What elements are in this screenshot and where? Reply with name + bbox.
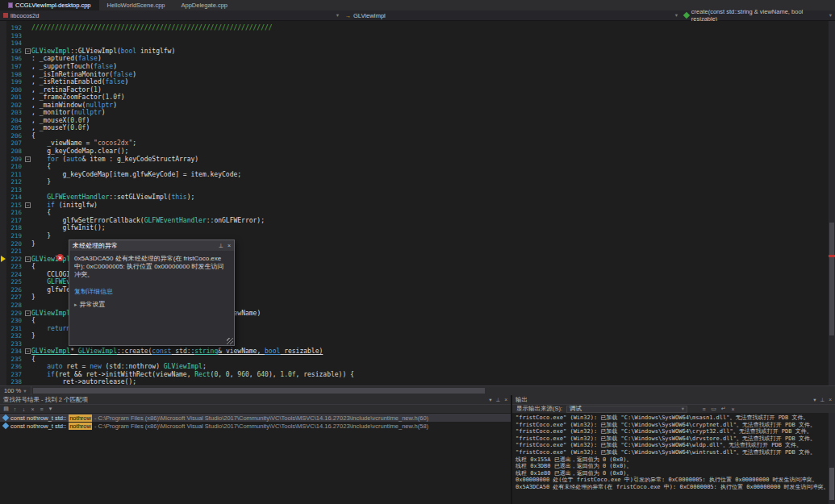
- fold-marker[interactable]: −: [25, 48, 31, 54]
- editor-vertical-scrollbar[interactable]: [829, 21, 835, 385]
- code-line: 207 _viewName = "cocos2dx";: [0, 140, 829, 148]
- line-number: 227: [6, 294, 24, 301]
- code-line: 199, _isRetinaEnabled(false): [0, 78, 829, 86]
- output-line: "fristCoco.exe" (Win32): 已加载 "C:\Windows…: [516, 414, 835, 422]
- line-number: 237: [6, 371, 24, 378]
- clear-results-icon[interactable]: ×: [29, 406, 36, 413]
- output-line: 线程 0x1e80 已退出，返回值为 0 (0x0)。: [516, 470, 835, 477]
- copy-details-link[interactable]: 复制详细信息: [74, 287, 113, 296]
- word-wrap-icon[interactable]: ↵: [720, 406, 727, 413]
- results-list-icon[interactable]: ▤: [2, 406, 10, 413]
- line-number: 200: [6, 86, 24, 94]
- class-icon: →: [345, 13, 351, 19]
- code-line: 193: [0, 32, 829, 40]
- group-results-icon[interactable]: ≡: [38, 406, 45, 413]
- find-result-row[interactable]: const nothrow_t std::nothrow - C:\Progra…: [0, 414, 511, 422]
- zoom-control[interactable]: 100 % ▾: [0, 386, 31, 395]
- scrollbar-thumb[interactable]: [33, 388, 485, 394]
- close-icon[interactable]: ×: [504, 397, 507, 402]
- find-results-header: 查找符号结果 - 找到 2 个匹配项 ▾ ⊥ ×: [0, 395, 511, 404]
- navigation-bar: libcocos2d ▾ → GLViewImpl ▾ create(const…: [0, 10, 835, 21]
- pin-icon[interactable]: ⊥: [496, 397, 501, 403]
- find-results-title: 查找符号结果 - 找到 2 个匹配项: [3, 396, 88, 404]
- document-tab[interactable]: AppDelegate.cpp: [173, 0, 236, 10]
- fold-marker[interactable]: −: [25, 156, 31, 162]
- document-tab[interactable]: CCGLViewImpl-desktop.cpp: [0, 0, 99, 10]
- output-header: 输出 ▾ ⊥ ×: [512, 395, 835, 404]
- line-number: 234: [6, 348, 24, 355]
- line-number: 196: [6, 55, 24, 62]
- pin-icon[interactable]: ⊥: [219, 243, 223, 249]
- close-output-icon[interactable]: ×: [729, 406, 737, 413]
- code-line: 202, _mainWindow(nullptr): [0, 101, 829, 109]
- error-annotation-mark: [829, 255, 835, 257]
- resize-grip[interactable]: [227, 338, 233, 344]
- output-source-dropdown[interactable]: 调试 ▾: [566, 406, 687, 413]
- scrollbar-thumb[interactable]: [829, 223, 834, 335]
- code-line: 198, _isInRetinaMonitor(false): [0, 70, 829, 78]
- member-dropdown[interactable]: create(const std::string & viewName, boo…: [681, 10, 835, 20]
- line-number: 230: [6, 317, 24, 324]
- code-line: 216 {: [0, 209, 829, 217]
- code-line: 238 ret->autorelease();: [0, 378, 829, 385]
- project-icon: [3, 13, 8, 18]
- line-number: 208: [6, 148, 24, 155]
- fold-marker[interactable]: −: [25, 310, 31, 316]
- next-result-icon[interactable]: ↓: [20, 406, 27, 413]
- chevron-down-icon: ▾: [682, 406, 684, 412]
- pin-icon[interactable]: ⊥: [820, 397, 825, 403]
- tab-label: HelloWorldScene.cpp: [107, 2, 165, 9]
- exception-settings-expander[interactable]: ▸ 异常设置: [74, 300, 229, 309]
- output-toolbar-icons: ≡▭↵×: [700, 406, 737, 413]
- tab-label: CCGLViewImpl-desktop.cpp: [15, 2, 91, 9]
- code-line: 196: _captured(false): [0, 55, 829, 63]
- code-line: 235{: [0, 356, 829, 364]
- close-icon[interactable]: ×: [228, 243, 231, 248]
- clear-all-icon[interactable]: ▭: [710, 406, 717, 413]
- exception-error-icon[interactable]: ×: [56, 254, 64, 261]
- code-line: 212 }: [0, 178, 829, 186]
- popup-body: 0x5A3DCA50 处有未经处理的异常(在 fristCoco.exe 中):…: [69, 251, 234, 313]
- match-highlight: nothrow: [69, 423, 92, 430]
- editor-horizontal-scrollbar[interactable]: [31, 386, 835, 395]
- code-line: 195−GLViewImpl::GLViewImpl(bool initglfw…: [0, 48, 829, 56]
- fold-marker[interactable]: −: [25, 202, 31, 208]
- current-statement-arrow-icon: [1, 256, 6, 262]
- fold-marker[interactable]: −: [25, 256, 31, 262]
- class-dropdown[interactable]: → GLViewImpl ▾: [342, 10, 681, 20]
- line-number: 192: [6, 24, 24, 31]
- line-number: 216: [6, 209, 24, 216]
- scrollbar-thumb[interactable]: [829, 468, 834, 500]
- popup-titlebar: 未经处理的异常 ⊥ ×: [69, 240, 234, 251]
- line-number: 235: [6, 356, 24, 363]
- find-results-toolbar: ▤↑↓×≡▾: [0, 404, 511, 413]
- output-line: 线程 0x3DB0 已退出，返回值为 0 (0x0)。: [516, 463, 835, 470]
- tab-label: AppDelegate.cpp: [182, 2, 228, 9]
- line-number: 215: [6, 202, 24, 209]
- line-number: 222: [6, 256, 24, 263]
- window-menu-icon[interactable]: ▾: [489, 397, 491, 403]
- fold-marker[interactable]: −: [25, 348, 31, 354]
- line-number: 210: [6, 163, 24, 170]
- exception-message: 0x5A3DCA50 处有未经处理的异常(在 fristCoco.exe 中):…: [74, 255, 229, 279]
- code-line: 234−GLViewImpl* GLViewImpl::create(const…: [0, 348, 829, 356]
- chevron-down-icon: ▾: [675, 12, 678, 19]
- line-number: 209: [6, 156, 24, 163]
- code-line: 236 auto ret = new (std::nothrow) GLView…: [0, 363, 829, 371]
- output-line: 0x00000000 处(位于 fristCoco.exe 中)引发的异常: 0…: [516, 477, 835, 484]
- document-tab[interactable]: HelloWorldScene.cpp: [99, 0, 173, 10]
- window-menu-icon[interactable]: ▾: [813, 397, 816, 403]
- visual-studio-window: CCGLViewImpl-desktop.cppHelloWorldScene.…: [0, 0, 835, 504]
- output-scrollbar[interactable]: [829, 413, 835, 504]
- line-number: 221: [6, 248, 24, 255]
- line-number: 220: [6, 240, 24, 248]
- output-panel: 输出 ▾ ⊥ × 显示输出来源(S): 调试 ▾ ≡▭↵× "fristCoco…: [512, 395, 835, 504]
- close-icon[interactable]: ×: [829, 397, 832, 402]
- project-dropdown[interactable]: libcocos2d ▾: [0, 10, 342, 20]
- options-icon[interactable]: ▾: [47, 406, 54, 413]
- find-result-row[interactable]: const nothrow_t std::nothrow - C:\Progra…: [0, 422, 511, 430]
- goto-message-icon[interactable]: ≡: [700, 406, 708, 413]
- line-number: 194: [6, 40, 24, 47]
- prev-result-icon[interactable]: ↑: [11, 406, 19, 413]
- code-line: 206{: [0, 132, 829, 140]
